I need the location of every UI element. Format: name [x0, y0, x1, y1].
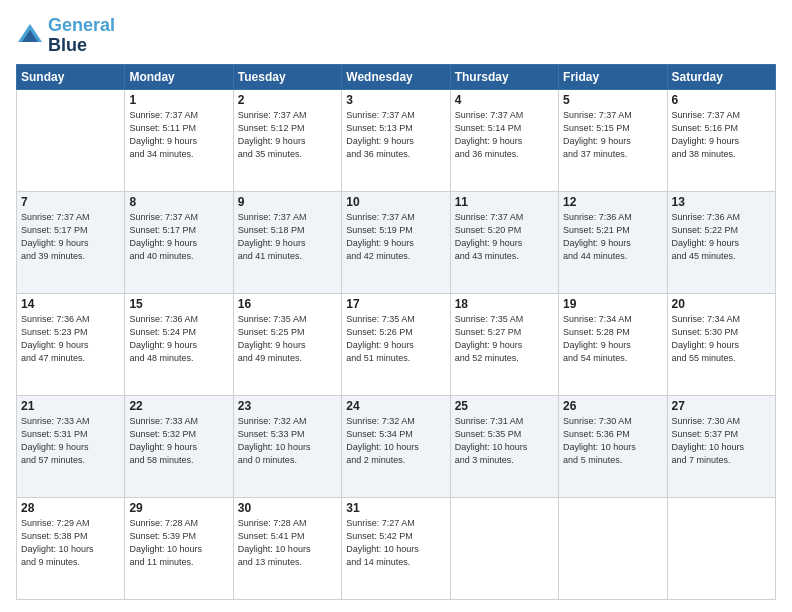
day-number: 2 — [238, 93, 337, 107]
cell-content: Sunrise: 7:37 AM Sunset: 5:17 PM Dayligh… — [21, 211, 120, 263]
calendar-cell: 13Sunrise: 7:36 AM Sunset: 5:22 PM Dayli… — [667, 191, 775, 293]
day-number: 22 — [129, 399, 228, 413]
day-number: 29 — [129, 501, 228, 515]
calendar-cell: 7Sunrise: 7:37 AM Sunset: 5:17 PM Daylig… — [17, 191, 125, 293]
cell-content: Sunrise: 7:34 AM Sunset: 5:28 PM Dayligh… — [563, 313, 662, 365]
day-number: 11 — [455, 195, 554, 209]
calendar-cell — [667, 497, 775, 599]
day-number: 16 — [238, 297, 337, 311]
calendar-cell: 11Sunrise: 7:37 AM Sunset: 5:20 PM Dayli… — [450, 191, 558, 293]
week-row-3: 14Sunrise: 7:36 AM Sunset: 5:23 PM Dayli… — [17, 293, 776, 395]
day-number: 24 — [346, 399, 445, 413]
calendar-table: SundayMondayTuesdayWednesdayThursdayFrid… — [16, 64, 776, 600]
calendar-cell — [559, 497, 667, 599]
calendar-cell: 25Sunrise: 7:31 AM Sunset: 5:35 PM Dayli… — [450, 395, 558, 497]
cell-content: Sunrise: 7:33 AM Sunset: 5:31 PM Dayligh… — [21, 415, 120, 467]
cell-content: Sunrise: 7:37 AM Sunset: 5:12 PM Dayligh… — [238, 109, 337, 161]
cell-content: Sunrise: 7:29 AM Sunset: 5:38 PM Dayligh… — [21, 517, 120, 569]
calendar-cell: 2Sunrise: 7:37 AM Sunset: 5:12 PM Daylig… — [233, 89, 341, 191]
day-number: 20 — [672, 297, 771, 311]
calendar-cell: 4Sunrise: 7:37 AM Sunset: 5:14 PM Daylig… — [450, 89, 558, 191]
calendar-cell: 31Sunrise: 7:27 AM Sunset: 5:42 PM Dayli… — [342, 497, 450, 599]
week-row-5: 28Sunrise: 7:29 AM Sunset: 5:38 PM Dayli… — [17, 497, 776, 599]
cell-content: Sunrise: 7:37 AM Sunset: 5:11 PM Dayligh… — [129, 109, 228, 161]
day-number: 14 — [21, 297, 120, 311]
calendar-cell: 12Sunrise: 7:36 AM Sunset: 5:21 PM Dayli… — [559, 191, 667, 293]
calendar-cell: 19Sunrise: 7:34 AM Sunset: 5:28 PM Dayli… — [559, 293, 667, 395]
calendar-cell: 5Sunrise: 7:37 AM Sunset: 5:15 PM Daylig… — [559, 89, 667, 191]
day-number: 15 — [129, 297, 228, 311]
day-number: 27 — [672, 399, 771, 413]
logo-icon — [16, 22, 44, 50]
header: General Blue — [16, 16, 776, 56]
cell-content: Sunrise: 7:37 AM Sunset: 5:19 PM Dayligh… — [346, 211, 445, 263]
svg-rect-2 — [27, 38, 33, 42]
cell-content: Sunrise: 7:32 AM Sunset: 5:34 PM Dayligh… — [346, 415, 445, 467]
cell-content: Sunrise: 7:36 AM Sunset: 5:21 PM Dayligh… — [563, 211, 662, 263]
day-number: 30 — [238, 501, 337, 515]
calendar-cell: 30Sunrise: 7:28 AM Sunset: 5:41 PM Dayli… — [233, 497, 341, 599]
week-row-2: 7Sunrise: 7:37 AM Sunset: 5:17 PM Daylig… — [17, 191, 776, 293]
cell-content: Sunrise: 7:35 AM Sunset: 5:27 PM Dayligh… — [455, 313, 554, 365]
day-number: 18 — [455, 297, 554, 311]
calendar-cell: 27Sunrise: 7:30 AM Sunset: 5:37 PM Dayli… — [667, 395, 775, 497]
calendar-cell: 24Sunrise: 7:32 AM Sunset: 5:34 PM Dayli… — [342, 395, 450, 497]
day-number: 8 — [129, 195, 228, 209]
cell-content: Sunrise: 7:31 AM Sunset: 5:35 PM Dayligh… — [455, 415, 554, 467]
logo-text: General Blue — [48, 16, 115, 56]
calendar-cell: 3Sunrise: 7:37 AM Sunset: 5:13 PM Daylig… — [342, 89, 450, 191]
weekday-wednesday: Wednesday — [342, 64, 450, 89]
cell-content: Sunrise: 7:36 AM Sunset: 5:23 PM Dayligh… — [21, 313, 120, 365]
cell-content: Sunrise: 7:30 AM Sunset: 5:37 PM Dayligh… — [672, 415, 771, 467]
calendar-cell: 6Sunrise: 7:37 AM Sunset: 5:16 PM Daylig… — [667, 89, 775, 191]
cell-content: Sunrise: 7:35 AM Sunset: 5:25 PM Dayligh… — [238, 313, 337, 365]
calendar-cell: 8Sunrise: 7:37 AM Sunset: 5:17 PM Daylig… — [125, 191, 233, 293]
day-number: 21 — [21, 399, 120, 413]
day-number: 13 — [672, 195, 771, 209]
weekday-saturday: Saturday — [667, 64, 775, 89]
cell-content: Sunrise: 7:36 AM Sunset: 5:22 PM Dayligh… — [672, 211, 771, 263]
day-number: 23 — [238, 399, 337, 413]
calendar-cell: 17Sunrise: 7:35 AM Sunset: 5:26 PM Dayli… — [342, 293, 450, 395]
week-row-1: 1Sunrise: 7:37 AM Sunset: 5:11 PM Daylig… — [17, 89, 776, 191]
day-number: 10 — [346, 195, 445, 209]
calendar-cell: 1Sunrise: 7:37 AM Sunset: 5:11 PM Daylig… — [125, 89, 233, 191]
weekday-tuesday: Tuesday — [233, 64, 341, 89]
cell-content: Sunrise: 7:35 AM Sunset: 5:26 PM Dayligh… — [346, 313, 445, 365]
day-number: 26 — [563, 399, 662, 413]
calendar-cell: 16Sunrise: 7:35 AM Sunset: 5:25 PM Dayli… — [233, 293, 341, 395]
day-number: 28 — [21, 501, 120, 515]
weekday-monday: Monday — [125, 64, 233, 89]
page: General Blue SundayMondayTuesdayWednesda… — [0, 0, 792, 612]
cell-content: Sunrise: 7:37 AM Sunset: 5:20 PM Dayligh… — [455, 211, 554, 263]
calendar-cell: 29Sunrise: 7:28 AM Sunset: 5:39 PM Dayli… — [125, 497, 233, 599]
day-number: 9 — [238, 195, 337, 209]
cell-content: Sunrise: 7:37 AM Sunset: 5:16 PM Dayligh… — [672, 109, 771, 161]
weekday-friday: Friday — [559, 64, 667, 89]
calendar-cell: 20Sunrise: 7:34 AM Sunset: 5:30 PM Dayli… — [667, 293, 775, 395]
weekday-thursday: Thursday — [450, 64, 558, 89]
day-number: 31 — [346, 501, 445, 515]
cell-content: Sunrise: 7:37 AM Sunset: 5:13 PM Dayligh… — [346, 109, 445, 161]
cell-content: Sunrise: 7:34 AM Sunset: 5:30 PM Dayligh… — [672, 313, 771, 365]
calendar-cell — [17, 89, 125, 191]
calendar-cell: 15Sunrise: 7:36 AM Sunset: 5:24 PM Dayli… — [125, 293, 233, 395]
calendar-cell: 22Sunrise: 7:33 AM Sunset: 5:32 PM Dayli… — [125, 395, 233, 497]
calendar-cell: 28Sunrise: 7:29 AM Sunset: 5:38 PM Dayli… — [17, 497, 125, 599]
day-number: 6 — [672, 93, 771, 107]
cell-content: Sunrise: 7:30 AM Sunset: 5:36 PM Dayligh… — [563, 415, 662, 467]
cell-content: Sunrise: 7:37 AM Sunset: 5:14 PM Dayligh… — [455, 109, 554, 161]
day-number: 5 — [563, 93, 662, 107]
cell-content: Sunrise: 7:37 AM Sunset: 5:18 PM Dayligh… — [238, 211, 337, 263]
cell-content: Sunrise: 7:27 AM Sunset: 5:42 PM Dayligh… — [346, 517, 445, 569]
day-number: 3 — [346, 93, 445, 107]
cell-content: Sunrise: 7:37 AM Sunset: 5:15 PM Dayligh… — [563, 109, 662, 161]
cell-content: Sunrise: 7:37 AM Sunset: 5:17 PM Dayligh… — [129, 211, 228, 263]
calendar-cell: 18Sunrise: 7:35 AM Sunset: 5:27 PM Dayli… — [450, 293, 558, 395]
cell-content: Sunrise: 7:28 AM Sunset: 5:41 PM Dayligh… — [238, 517, 337, 569]
day-number: 19 — [563, 297, 662, 311]
weekday-sunday: Sunday — [17, 64, 125, 89]
weekday-header-row: SundayMondayTuesdayWednesdayThursdayFrid… — [17, 64, 776, 89]
day-number: 4 — [455, 93, 554, 107]
day-number: 7 — [21, 195, 120, 209]
